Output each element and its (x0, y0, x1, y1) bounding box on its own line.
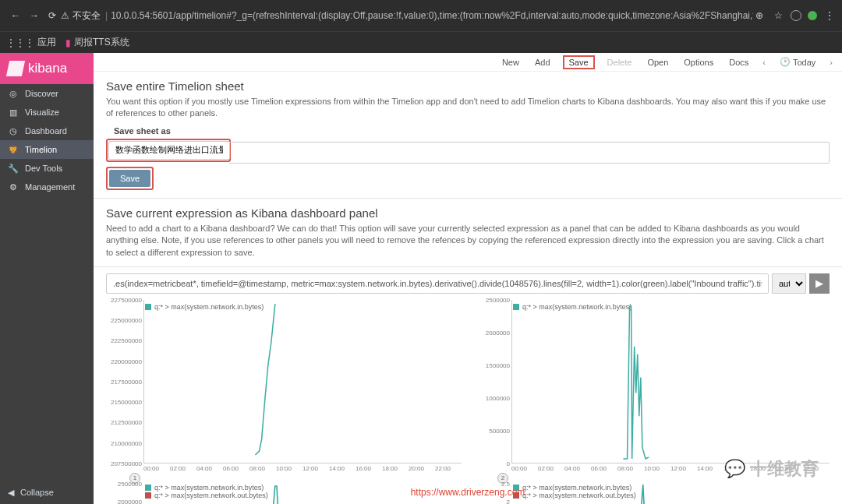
collapse-icon: ◀ (8, 488, 14, 498)
save-sheet-button[interactable]: Save (109, 170, 150, 187)
forward-icon[interactable]: → (25, 7, 44, 24)
wechat-icon: 💬 (724, 459, 745, 479)
apps-bookmark[interactable]: ⋮⋮⋮应用 (6, 36, 56, 49)
sidebar-item-timelion[interactable]: 🦁Timelion (0, 140, 94, 159)
menu-icon[interactable]: ⋮ (823, 9, 836, 22)
docs-button[interactable]: Docs (726, 56, 752, 69)
watermark-url: https://www.driverzeng.com (411, 487, 525, 498)
save-expression-title: Save current expression as Kibana dashbo… (106, 206, 830, 220)
extension-icon[interactable] (808, 11, 817, 20)
chart-4[interactable]: 2.5 2 1.5 q:* > max(system.network.in.by… (474, 482, 830, 504)
clock-icon: 🕑 (780, 57, 791, 67)
logo-icon (6, 61, 25, 76)
expression-row: auto ▶ (94, 267, 842, 300)
save-sheet-desc: You want this option if you mostly use T… (106, 96, 830, 120)
bookmark-icon: ▮ (65, 37, 71, 48)
gear-icon: ⚙ (8, 182, 19, 192)
warning-icon: ⚠ (61, 10, 69, 21)
timepicker-next-icon[interactable]: › (828, 58, 834, 67)
chart-2-plot (512, 300, 830, 463)
toolbar: New Add Save Delete Open Options Docs ‹ … (94, 53, 842, 72)
main-content: New Add Save Delete Open Options Docs ‹ … (94, 53, 842, 504)
browser-chrome: ← → ⟳ ⚠ 不安全 | 10.0.0.54:5601/app/timelio… (0, 0, 842, 31)
open-button[interactable]: Open (644, 56, 671, 69)
sidebar-item-discover[interactable]: ◎Discover (0, 84, 94, 103)
save-toolbar-button[interactable]: Save (563, 55, 595, 69)
wrench-icon: 🔧 (8, 163, 19, 174)
address-bar[interactable]: 10.0.0.54:5601/app/timelion#?_g=(refresh… (111, 10, 753, 21)
kibana-logo[interactable]: kibana (0, 53, 94, 84)
watermark: 💬 十维教育 (724, 457, 819, 481)
save-expression-desc: Need to add a chart to a Kibana dashboar… (106, 223, 830, 259)
tts-bookmark[interactable]: ▮周报TTS系统 (65, 36, 129, 49)
expression-input[interactable] (106, 273, 769, 294)
sidebar-item-visualize[interactable]: ▥Visualize (0, 103, 94, 122)
bookmarks-bar: ⋮⋮⋮应用 ▮周报TTS系统 (0, 31, 842, 53)
chart-1[interactable]: q:* > max(system.network.in.bytes) 22750… (106, 300, 462, 479)
add-button[interactable]: Add (532, 56, 554, 69)
chart-1-plot (144, 300, 462, 463)
gauge-icon: ◷ (8, 125, 19, 136)
options-button[interactable]: Options (681, 56, 716, 69)
chart-4-plot (511, 482, 842, 504)
save-sheet-label: Save sheet as (114, 126, 830, 136)
sidebar-item-devtools[interactable]: 🔧Dev Tools (0, 159, 94, 178)
barchart-icon: ▥ (8, 107, 19, 118)
save-sheet-panel: Save entire Timelion sheet You want this… (94, 72, 842, 199)
save-expression-panel: Save current expression as Kibana dashbo… (94, 199, 842, 267)
chart-grid: q:* > max(system.network.in.bytes) 22750… (94, 300, 842, 479)
play-icon: ▶ (815, 277, 823, 289)
timelion-icon: 🦁 (8, 144, 19, 155)
new-button[interactable]: New (499, 56, 522, 69)
save-sheet-title: Save entire Timelion sheet (106, 79, 830, 93)
insecure-badge: ⚠ 不安全 (61, 9, 101, 23)
delete-button[interactable]: Delete (604, 56, 635, 69)
chart-2[interactable]: q:* > max(system.network.in.bytes) 25000… (474, 300, 830, 479)
back-icon[interactable]: ← (6, 7, 25, 24)
chart-1-xaxis: 00:0002:0004:0006:0008:0010:0012:0014:00… (143, 465, 462, 479)
chart-3[interactable]: 2500000 2000000 1500000 q:* > max(system… (106, 482, 462, 504)
run-button[interactable]: ▶ (809, 273, 830, 294)
translate-icon[interactable]: ⊕ (753, 9, 766, 22)
sidebar-item-dashboard[interactable]: ◷Dashboard (0, 122, 94, 140)
apps-icon: ⋮⋮⋮ (6, 37, 34, 48)
sheet-name-input[interactable] (108, 141, 230, 160)
star-icon[interactable]: ☆ (772, 9, 784, 22)
timepicker-prev-icon[interactable]: ‹ (761, 58, 767, 67)
reload-icon[interactable]: ⟳ (44, 7, 61, 24)
sidebar: kibana ◎Discover ▥Visualize ◷Dashboard 🦁… (0, 53, 94, 504)
timepicker-button[interactable]: 🕑Today (777, 55, 819, 69)
sidebar-item-management[interactable]: ⚙Management (0, 178, 94, 196)
sheet-name-input-ext[interactable] (229, 142, 830, 164)
compass-icon: ◎ (8, 88, 19, 99)
profile-icon[interactable] (791, 10, 801, 21)
collapse-button[interactable]: ◀Collapse (0, 481, 94, 504)
interval-select[interactable]: auto (772, 273, 806, 294)
